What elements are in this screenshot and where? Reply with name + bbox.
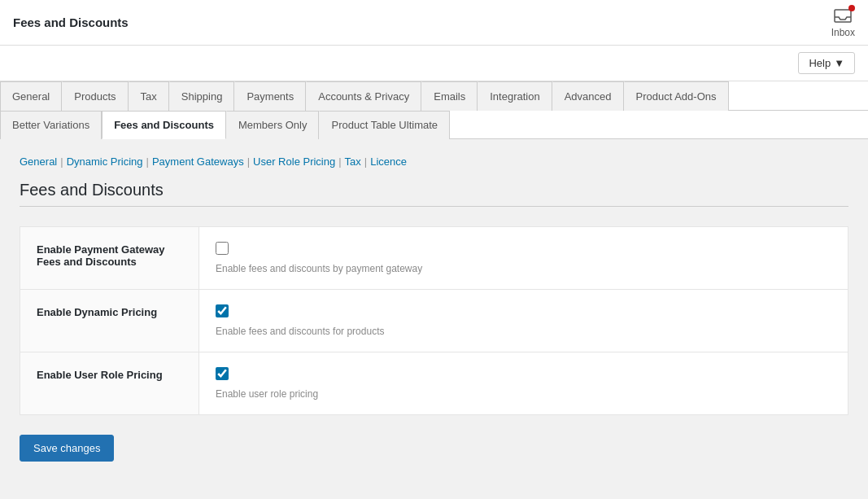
save-button[interactable]: Save changes [20, 435, 114, 462]
settings-desc-enable-dynamic-pricing: Enable fees and discounts for products [216, 326, 831, 337]
breadcrumb-sep: | [146, 155, 149, 168]
primary-tab-integration[interactable]: Integration [478, 81, 552, 111]
settings-value-enable-payment-gateway-fees: Enable fees and discounts by payment gat… [199, 227, 848, 289]
breadcrumb-sep: | [364, 155, 367, 168]
checkbox-enable-payment-gateway-fees[interactable] [216, 242, 229, 255]
primary-tab-products[interactable]: Products [62, 81, 128, 111]
settings-table: Enable Payment Gateway Fees and Discount… [20, 226, 848, 415]
inbox-icon-wrap [833, 7, 853, 27]
help-button[interactable]: Help ▼ [798, 52, 855, 74]
settings-label-enable-user-role-pricing: Enable User Role Pricing [20, 352, 199, 414]
checkbox-wrap-enable-dynamic-pricing [216, 304, 831, 317]
primary-tabs: GeneralProductsTaxShippingPaymentsAccoun… [0, 81, 868, 111]
primary-tab-tax[interactable]: Tax [129, 81, 169, 111]
checkbox-wrap-enable-payment-gateway-fees [216, 242, 831, 255]
breadcrumb-item-payment-gateways[interactable]: Payment Gateways [152, 155, 244, 168]
checkbox-enable-user-role-pricing[interactable] [216, 367, 229, 380]
settings-row-enable-payment-gateway-fees: Enable Payment Gateway Fees and Discount… [20, 227, 848, 290]
checkbox-enable-dynamic-pricing[interactable] [216, 304, 229, 317]
primary-tab-product-add-ons[interactable]: Product Add-Ons [624, 81, 729, 111]
settings-row-enable-dynamic-pricing: Enable Dynamic PricingEnable fees and di… [20, 290, 848, 352]
breadcrumb-sep: | [338, 155, 341, 168]
checkbox-wrap-enable-user-role-pricing [216, 367, 831, 380]
settings-desc-enable-payment-gateway-fees: Enable fees and discounts by payment gat… [216, 263, 831, 274]
page-title: Fees and Discounts [13, 15, 129, 29]
settings-row-enable-user-role-pricing: Enable User Role PricingEnable user role… [20, 352, 848, 414]
top-bar-right: Inbox [831, 7, 855, 38]
settings-value-enable-dynamic-pricing: Enable fees and discounts for products [199, 290, 848, 352]
settings-desc-enable-user-role-pricing: Enable user role pricing [216, 388, 831, 400]
breadcrumb: General | Dynamic Pricing | Payment Gate… [20, 155, 848, 168]
inbox-badge [848, 5, 855, 11]
secondary-tab-fees-and-discounts[interactable]: Fees and Discounts [102, 111, 226, 139]
secondary-tab-better-variations[interactable]: Better Variations [0, 111, 102, 139]
breadcrumb-item-licence[interactable]: Licence [370, 155, 407, 168]
section-title: Fees and Discounts [20, 181, 848, 207]
primary-tab-shipping[interactable]: Shipping [169, 81, 235, 111]
primary-tab-emails[interactable]: Emails [421, 81, 478, 111]
breadcrumb-sep: | [60, 155, 63, 168]
main-content: General | Dynamic Pricing | Payment Gate… [0, 139, 868, 478]
help-bar: Help ▼ [0, 46, 868, 81]
settings-label-enable-dynamic-pricing: Enable Dynamic Pricing [20, 290, 199, 352]
top-bar: Fees and Discounts Inbox [0, 0, 868, 46]
inbox-label: Inbox [831, 27, 855, 38]
breadcrumb-item-general[interactable]: General [20, 155, 57, 168]
help-label: Help [809, 57, 831, 69]
breadcrumb-item-dynamic-pricing[interactable]: Dynamic Pricing [67, 155, 143, 168]
primary-tab-accounts-privacy[interactable]: Accounts & Privacy [306, 81, 421, 111]
inbox-button[interactable]: Inbox [831, 7, 855, 38]
primary-tab-payments[interactable]: Payments [234, 81, 306, 111]
inbox-icon [834, 9, 852, 25]
primary-tab-advanced[interactable]: Advanced [552, 81, 624, 111]
primary-tab-general[interactable]: General [0, 81, 62, 111]
chevron-down-icon: ▼ [834, 57, 844, 69]
settings-label-enable-payment-gateway-fees: Enable Payment Gateway Fees and Discount… [20, 227, 199, 289]
secondary-tab-product-table-ultimate[interactable]: Product Table Ultimate [319, 111, 450, 139]
secondary-tabs: Better VariationsFees and DiscountsMembe… [0, 111, 868, 139]
breadcrumb-item-tax[interactable]: Tax [345, 155, 361, 168]
breadcrumb-item-user-role-pricing[interactable]: User Role Pricing [253, 155, 335, 168]
breadcrumb-sep: | [247, 155, 250, 168]
settings-value-enable-user-role-pricing: Enable user role pricing [199, 352, 848, 414]
secondary-tab-members-only[interactable]: Members Only [226, 111, 320, 139]
